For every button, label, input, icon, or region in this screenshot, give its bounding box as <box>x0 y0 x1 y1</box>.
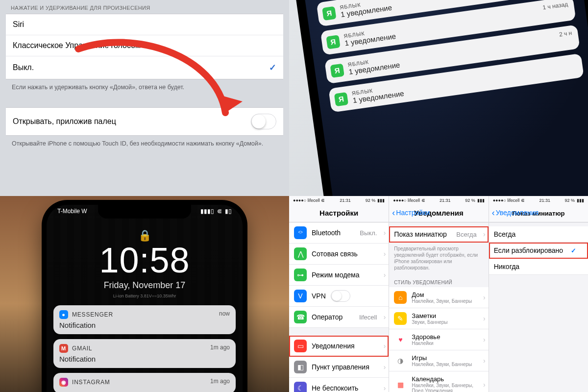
app-icon: Я <box>330 63 344 77</box>
app-notification-row[interactable]: ♥ Здоровье Наклейки › <box>389 329 488 350</box>
show-previews-description: Предварительный просмотр уведомлений буд… <box>389 243 488 276</box>
chevron-right-icon: › <box>384 250 386 258</box>
app-name: Здоровье <box>412 333 440 341</box>
status-right: 92 % ▮▮▮ <box>465 198 485 203</box>
row-classic-voice[interactable]: Классическое Управление голосом <box>6 35 283 56</box>
app-notification-row[interactable]: ⌂ Дом Наклейки, Звуки, Баннеры › <box>389 287 488 308</box>
status-carrier: ●●●●○ lifecell ⋐ <box>493 198 525 203</box>
settings-root-screen: ●●●●○ lifecell ⋐ 21:31 92 % ▮▮▮ Настройк… <box>289 196 389 392</box>
settings-show-previews-screen: ●●●●○ lifecell ⋐ 21:31 92 % ▮▮▮ ‹Уведомл… <box>489 196 588 392</box>
status-time: 21:31 <box>539 198 550 203</box>
notif-age: 1m ago <box>210 378 230 385</box>
navbar-title: Настройки <box>319 209 358 217</box>
row-icon: ☾ <box>294 382 307 392</box>
app-icon: Я <box>322 6 336 20</box>
notification-card[interactable]: M GMAIL 1m ago Notification <box>53 339 236 368</box>
app-icon: M <box>59 344 68 353</box>
row-icon: ▭ <box>294 340 307 352</box>
app-notif-style: Наклейки, Звуки, Баннеры, Пред.Упреждени… <box>412 383 483 392</box>
notif-body: Notification <box>59 353 230 363</box>
app-notification-row[interactable]: ✎ Заметки Звуки, Баннеры › <box>389 308 488 329</box>
phone-frame: T-Mobile W ▮▮▮▯ ⋐ ▮▯ 🔒 10:58 Friday, Nov… <box>42 200 247 392</box>
back-button[interactable]: ‹Настройки <box>392 209 430 217</box>
notification-card[interactable]: ● MESSENGER now Notification <box>53 305 236 334</box>
status-bar: ●●●●○ lifecell ⋐ 21:31 92 % ▮▮▮ <box>389 196 488 205</box>
notif-body <box>59 387 230 389</box>
status-time: 21:31 <box>340 198 351 203</box>
app-notif-style: Наклейки <box>412 341 440 346</box>
app-icon: ◑ <box>394 354 407 367</box>
chevron-right-icon: › <box>384 384 386 392</box>
panel-lockscreen-notifications-tilted: Вторник Ранее сегодня 8 мин назад Я ЯБЛЫ… <box>289 0 588 196</box>
chevron-left-icon: ‹ <box>492 209 495 216</box>
row-label: Сотовая связь <box>312 250 358 258</box>
wifi-icon: ⋐ <box>217 208 222 215</box>
notification-card[interactable]: ◉ INSTAGRAM 1m ago <box>53 373 236 392</box>
notif-age: now <box>219 310 230 317</box>
row-off[interactable]: Выкл. ✓ <box>6 56 283 79</box>
status-carrier: ●●●●○ lifecell ⋐ <box>293 198 325 203</box>
app-notif-style: Наклейки, Звуки, Баннеры <box>412 298 472 304</box>
status-right: 92 % ▮▮▮ <box>564 198 584 203</box>
row-rest-finger-open[interactable]: Открывать, приложив палец <box>6 108 283 135</box>
navbar-show-previews: ‹Уведомления Показ миниатюр <box>489 205 588 222</box>
app-icon: ▦ <box>394 378 407 391</box>
row-siri-label: Siri <box>13 20 24 29</box>
row-icon: ⋀ <box>294 247 307 260</box>
chevron-right-icon: › <box>483 336 486 343</box>
row-show-previews[interactable]: Показ миниатюр Всегда › <box>389 226 488 243</box>
back-button[interactable]: ‹Уведомления <box>492 209 539 217</box>
settings-row[interactable]: ☾ Не беспокоить› <box>289 378 389 392</box>
preview-option-row[interactable]: Если разблокировано ✓ <box>489 243 588 259</box>
chevron-right-icon: › <box>384 271 386 279</box>
chevron-right-icon: › <box>384 342 386 350</box>
checkmark-icon: ✓ <box>269 62 276 73</box>
settings-row[interactable]: ⌔ BluetoothВыкл.› <box>289 222 389 244</box>
chevron-right-icon: › <box>483 294 486 301</box>
row-siri[interactable]: Siri <box>6 14 283 35</box>
status-right: 92 % ▮▮▮ <box>366 198 385 203</box>
vpn-toggle[interactable] <box>331 290 350 302</box>
notif-app-name: MESSENGER <box>72 311 113 318</box>
chevron-right-icon: › <box>384 313 386 321</box>
notif-age: 1m ago <box>210 344 230 351</box>
chevron-right-icon: › <box>483 230 486 238</box>
lockscreen-date: Friday, November 17 <box>47 280 243 291</box>
battery-icon: ▮▯ <box>225 208 232 215</box>
status-bar: ●●●●○ lifecell ⋐ 21:31 92 % ▮▮▮ <box>489 196 588 205</box>
row-show-previews-value: Всегда <box>456 231 483 238</box>
settings-row[interactable]: ⋀ Сотовая связь› <box>289 244 389 265</box>
chevron-left-icon: ‹ <box>392 209 395 216</box>
settings-row[interactable]: ☎ Операторlifecell› <box>289 307 389 328</box>
hold-options-list: Siri Классическое Управление голосом Вык… <box>6 14 283 79</box>
settings-row[interactable]: ⊶ Режим модема› <box>289 265 389 286</box>
touch-id-section: Открывать, приложив палец <box>6 107 283 136</box>
preview-option-row[interactable]: Всегда <box>489 226 588 243</box>
chevron-right-icon: › <box>384 363 386 371</box>
row-label: Режим модема <box>312 271 360 279</box>
app-notification-row[interactable]: ▦ Календарь Наклейки, Звуки, Баннеры, Пр… <box>389 371 488 392</box>
app-notification-row[interactable]: ◑ Игры Наклейки, Звуки, Баннеры › <box>389 350 488 371</box>
row-classic-voice-label: Классическое Управление голосом <box>13 41 141 50</box>
app-notif-style: Звуки, Баннеры <box>412 319 447 325</box>
settings-row[interactable]: V VPN <box>289 286 389 307</box>
row-value: lifecell <box>359 314 384 321</box>
checkmark-icon: ✓ <box>571 247 583 254</box>
navbar-notifications: ‹Настройки Уведомления <box>389 205 488 222</box>
app-icon: ⌂ <box>394 291 407 304</box>
row-label: VPN <box>312 292 326 300</box>
panel-settings-notifications-triptych: ●●●●○ lifecell ⋐ 21:31 92 % ▮▮▮ Настройк… <box>289 196 588 392</box>
section-header: НАЖАТИЕ И УДЕРЖИВАНИЕ ДЛЯ ПРОИЗНЕСЕНИЯ <box>6 0 283 14</box>
notif-body: Notification <box>59 319 230 329</box>
row-icon: ◧ <box>294 361 307 373</box>
row-icon: ⌔ <box>294 226 307 239</box>
app-icon: Я <box>326 35 340 49</box>
app-icon: ♥ <box>394 333 407 346</box>
rest-finger-toggle[interactable] <box>251 114 276 129</box>
row-label: Bluetooth <box>312 229 341 237</box>
chevron-right-icon: › <box>384 229 386 237</box>
preview-option-row[interactable]: Никогда <box>489 259 588 275</box>
settings-row[interactable]: ◧ Пункт управления› <box>289 357 389 378</box>
settings-row[interactable]: ▭ Уведомления› <box>289 336 389 357</box>
row-icon: ⊶ <box>294 269 307 281</box>
